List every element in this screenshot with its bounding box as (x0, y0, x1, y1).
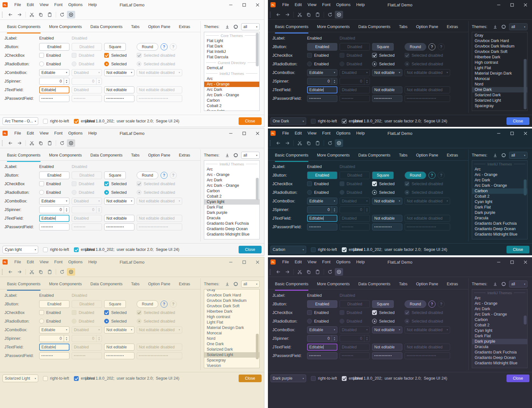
round-button[interactable]: Round (137, 300, 158, 308)
radio-selected[interactable]: Selected (372, 319, 395, 324)
theme-list-item[interactable]: Gradianto Midnight Blue (204, 232, 259, 237)
checkbox-enabled[interactable]: Enabled (307, 181, 329, 186)
menu-font[interactable]: Font (51, 128, 65, 138)
theme-list-item[interactable]: Arc Dark - Orange (472, 312, 527, 317)
download-icon[interactable] (224, 23, 230, 31)
help-button[interactable]: ? (161, 301, 168, 308)
checkbox-enabled[interactable]: Enabled (39, 53, 61, 58)
square-button[interactable]: Square (104, 300, 126, 308)
theme-list-item[interactable]: Arc Dark - Orange (472, 183, 527, 188)
copy-icon[interactable] (305, 139, 313, 147)
round-button[interactable]: Round (405, 300, 426, 308)
theme-list-scrollbar-thumb[interactable] (524, 59, 527, 109)
theme-list-item[interactable]: One Dark (472, 87, 527, 92)
menu-options[interactable]: Options (65, 128, 85, 138)
square-button[interactable]: Square (372, 300, 394, 308)
enabled-checkbox[interactable]: enabled (74, 376, 95, 381)
themes-filter-combobox[interactable]: all▾ (241, 280, 260, 288)
paste-icon[interactable] (313, 268, 322, 276)
combobox-editable[interactable]: Editable▾ (307, 69, 337, 76)
theme-list-item[interactable]: Carbon (472, 188, 527, 194)
menu-options[interactable]: Options (65, 257, 85, 267)
theme-list-item[interactable]: Cobalt 2 (204, 194, 259, 199)
enabled-button[interactable]: Enabled (307, 171, 337, 179)
menu-options[interactable]: Options (333, 0, 353, 10)
theme-list-item[interactable]: Nord (472, 82, 527, 87)
forward-icon[interactable] (15, 139, 24, 147)
tab-option-pane[interactable]: Option Pane (148, 24, 170, 32)
theme-list-item[interactable]: Cyan light (472, 328, 527, 333)
github-icon[interactable] (500, 151, 507, 159)
spinner[interactable]: 0▲▼ (307, 78, 337, 85)
menu-view[interactable]: View (37, 0, 51, 10)
minimize-icon[interactable] (224, 128, 237, 138)
help-button[interactable]: ? (161, 172, 168, 179)
paste-icon[interactable] (46, 11, 54, 18)
tab-option-pane[interactable]: Option Pane (148, 152, 170, 161)
theme-list-item[interactable]: Gradianto Deep Ocean (204, 226, 259, 232)
theme-list-scrollbar-thumb[interactable] (524, 316, 527, 324)
close-icon[interactable] (251, 128, 264, 138)
back-icon[interactable] (6, 139, 15, 147)
textfield-not-editable[interactable]: Not editable (372, 86, 402, 93)
radio-selected[interactable]: Selected (104, 319, 127, 324)
close-button[interactable]: Close (507, 375, 529, 382)
cut-icon[interactable] (28, 139, 36, 147)
theme-list-item[interactable]: Material Design Dark (204, 325, 259, 331)
passwordfield-not-editable[interactable]: •••••••••••• (372, 95, 402, 102)
cut-icon[interactable] (28, 268, 36, 276)
theme-list-item[interactable]: Dark purple (204, 210, 259, 215)
checkbox-enabled[interactable]: Enabled (39, 310, 61, 315)
copy-icon[interactable] (37, 11, 45, 18)
theme-list-item[interactable]: Arc (472, 167, 527, 172)
theme-list-item[interactable]: Arc Dark - Orange (204, 92, 259, 98)
menu-edit[interactable]: Edit (292, 0, 305, 10)
right-to-left-checkbox[interactable]: right-to-left (311, 247, 337, 252)
cut-icon[interactable] (296, 268, 304, 276)
menu-edit[interactable]: Edit (24, 0, 37, 10)
theme-list-item[interactable]: Solarized Dark (472, 92, 527, 98)
spinner-arrows-icon[interactable]: ▲▼ (332, 335, 337, 342)
theme-list-item[interactable]: Dark Flat (472, 333, 527, 339)
cut-icon[interactable] (296, 11, 304, 18)
copy-icon[interactable] (305, 268, 313, 276)
theme-list-item[interactable]: Material Design Dark (472, 71, 527, 76)
theme-list-item[interactable]: Solarized Dark (204, 347, 259, 352)
checkbox-enabled[interactable]: Enabled (39, 181, 61, 186)
theme-list-item[interactable]: Carbon (204, 188, 259, 194)
theme-list-item[interactable]: Gruvbox Dark Medium (204, 298, 259, 303)
help-button[interactable]: ? (428, 172, 435, 179)
right-to-left-checkbox[interactable]: right-to-left (43, 119, 69, 124)
menu-help[interactable]: Help (85, 0, 100, 10)
paste-icon[interactable] (313, 11, 322, 18)
theme-list-item[interactable]: Gradianto Dark Fuchsia (472, 221, 527, 226)
theme-list-item[interactable]: Gradianto Midnight Blue (472, 232, 527, 237)
menu-font[interactable]: Font (51, 0, 65, 10)
tab-data-components[interactable]: Data Components (90, 24, 123, 32)
menu-file[interactable]: File (11, 0, 24, 10)
checkbox-selected[interactable]: Selected (104, 181, 127, 186)
theme-list-item[interactable]: One Dark (204, 341, 259, 347)
checkbox-selected[interactable]: Selected (372, 181, 395, 186)
radio-selected[interactable]: Selected (372, 62, 395, 66)
passwordfield[interactable]: •••••••• (39, 95, 69, 102)
textfield-not-editable[interactable]: Not editable (104, 344, 134, 351)
menu-view[interactable]: View (37, 128, 51, 138)
textfield-editable[interactable]: Editable (39, 215, 69, 222)
menu-font[interactable]: Font (319, 128, 333, 138)
help-button[interactable]: ? (428, 43, 435, 50)
theme-list-item[interactable]: Dark Flat (204, 205, 259, 210)
maximize-icon[interactable] (505, 257, 519, 267)
enabled-checkbox[interactable]: enabled (74, 119, 95, 124)
menu-font[interactable]: Font (319, 0, 333, 10)
theme-list-scrollbar-thumb[interactable] (524, 179, 527, 195)
round-button[interactable]: Round (137, 43, 158, 51)
textfield-not-editable[interactable]: Not editable (104, 86, 134, 93)
combobox-not-editable[interactable]: Not editable▾ (372, 198, 402, 205)
theme-list-item[interactable]: Gray (472, 33, 527, 38)
menu-options[interactable]: Options (65, 0, 85, 10)
combobox-editable[interactable]: Editable▾ (39, 69, 69, 76)
menu-help[interactable]: Help (353, 257, 368, 267)
themes-filter-combobox[interactable]: all▾ (509, 152, 528, 159)
passwordfield[interactable]: •••••••• (307, 223, 337, 230)
